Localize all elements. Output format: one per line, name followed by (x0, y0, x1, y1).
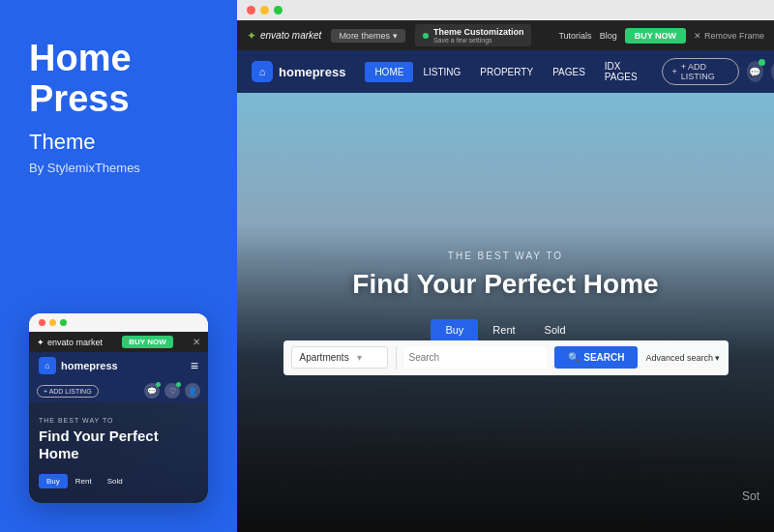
envato-left-section: ✦ envato market More themes ▾ Theme Cust… (247, 24, 531, 46)
mobile-dot-yellow (49, 319, 56, 326)
search-icon: 🔍 (568, 352, 580, 363)
mobile-hamburger-icon[interactable]: ≡ (191, 358, 198, 373)
mobile-nav-icons: 💬 ♡ 👤 (144, 383, 200, 399)
mobile-hero: THE BEST WAY TO Find Your Perfect Home B… (29, 402, 208, 503)
search-tabs: Buy Rent Sold (283, 319, 729, 340)
messages-icon[interactable]: 💬 (747, 61, 763, 82)
mobile-hero-title: Find Your Perfect Home (39, 428, 198, 462)
mobile-mockup: ✦ envato market BUY NOW ✕ ⌂ homepress ≡ … (29, 313, 208, 503)
site-logo: ⌂ homepress (252, 61, 345, 82)
browser-dot-green (274, 6, 283, 15)
browser-chrome (237, 0, 774, 20)
hero-tagline: THE BEST WAY TO (283, 251, 729, 261)
mobile-logo-icon: ⌂ (39, 357, 56, 374)
site-logo-text: homepress (279, 65, 345, 79)
tab-buy[interactable]: Buy (431, 319, 478, 340)
divider (396, 346, 397, 369)
theme-customization-panel[interactable]: Theme Customization Save a few settings (415, 24, 532, 46)
mobile-tab-rent[interactable]: Rent (68, 474, 100, 488)
active-dot (423, 33, 429, 39)
site-navigation: ⌂ homepress HOME LISTING PROPERTY PAGES … (237, 50, 774, 93)
mobile-dot-green (60, 319, 67, 326)
nav-item-property[interactable]: PROPERTY (470, 62, 543, 82)
envato-right-section: Tutorials Blog BUY NOW ✕ Remove Frame (558, 28, 764, 44)
mobile-tab-sold[interactable]: Sold (100, 474, 131, 488)
nav-item-pages[interactable]: PAGES (543, 62, 595, 82)
site-logo-icon: ⌂ (252, 61, 273, 82)
search-bar: Apartments ▾ 🔍 SEARCH Advanced search ▾ (283, 340, 729, 375)
remove-frame-button[interactable]: ✕ Remove Frame (694, 31, 764, 41)
mobile-envato-logo: ✦ envato market (37, 338, 103, 347)
browser-content: ✦ envato market More themes ▾ Theme Cust… (237, 20, 774, 532)
mobile-tabs: Buy Rent Sold (39, 474, 198, 488)
mobile-envato-bar: ✦ envato market BUY NOW ✕ (29, 332, 208, 352)
mobile-chat-icon[interactable]: 💬 (144, 383, 160, 399)
messages-badge (759, 59, 765, 66)
mobile-envato-icon: ✦ (37, 338, 45, 347)
envato-market-text: envato market (260, 30, 321, 41)
right-panel: ✦ envato market More themes ▾ Theme Cust… (237, 0, 774, 532)
mobile-buy-button[interactable]: BUY NOW (122, 336, 173, 348)
mobile-heart-icon[interactable]: ♡ (164, 383, 180, 399)
mobile-dot-red (39, 319, 45, 326)
mobile-browser-chrome (29, 313, 208, 332)
mobile-site-nav: ⌂ homepress ≡ (29, 352, 208, 379)
blog-link[interactable]: Blog (600, 31, 617, 41)
mobile-user-icon[interactable]: 👤 (185, 383, 200, 399)
browser-dot-yellow (260, 6, 269, 15)
mobile-add-listing-button[interactable]: + ADD LISTING (37, 385, 99, 398)
hero-content: THE BEST WAY TO Find Your Perfect Home B… (264, 231, 748, 395)
envato-logo: ✦ envato market (247, 29, 321, 43)
mobile-close-icon[interactable]: ✕ (193, 337, 200, 347)
mobile-envato-text: envato market (47, 338, 103, 347)
tab-rent[interactable]: Rent (478, 319, 529, 340)
nav-right-section: + + ADD LISTING 💬 ♡ 👤 (662, 58, 774, 85)
mobile-tagline: THE BEST WAY TO (39, 417, 198, 424)
advanced-search-link[interactable]: Advanced search ▾ (645, 353, 720, 363)
property-type-select[interactable]: Apartments ▾ (291, 346, 388, 369)
main-nav: HOME LISTING PROPERTY PAGES IDX PAGES (365, 56, 646, 87)
tutorials-link[interactable]: Tutorials (558, 31, 591, 41)
hero-title: Find Your Perfect Home (283, 269, 729, 300)
hero-section: THE BEST WAY TO Find Your Perfect Home B… (237, 93, 774, 532)
product-subtitle: Theme (29, 130, 95, 155)
nav-item-listing[interactable]: LISTING (413, 62, 470, 82)
mobile-action-bar: + ADD LISTING 💬 ♡ 👤 (29, 379, 208, 402)
mobile-logo-text: homepress (61, 360, 118, 371)
tab-sold[interactable]: Sold (530, 319, 580, 340)
envato-icon: ✦ (247, 29, 256, 43)
buy-now-button[interactable]: BUY NOW (625, 28, 686, 44)
mobile-tab-buy[interactable]: Buy (39, 474, 68, 488)
nav-item-home[interactable]: HOME (365, 62, 413, 82)
more-themes-button[interactable]: More themes ▾ (331, 29, 405, 43)
product-author: By StylemixThemes (29, 161, 140, 175)
sot-label: Sot (742, 489, 759, 503)
search-button[interactable]: 🔍 SEARCH (554, 346, 638, 369)
envato-top-bar: ✦ envato market More themes ▾ Theme Cust… (237, 20, 774, 50)
browser-dot-red (247, 6, 255, 15)
browser-window: ✦ envato market More themes ▾ Theme Cust… (237, 0, 774, 532)
nav-item-idx-pages[interactable]: IDX PAGES (595, 56, 647, 87)
mobile-logo: ⌂ homepress (39, 357, 118, 374)
product-title: Home Press (29, 39, 208, 120)
add-listing-button[interactable]: + + ADD LISTING (662, 58, 739, 85)
left-panel: Home Press Theme By StylemixThemes ✦ env… (0, 0, 237, 532)
search-input[interactable] (404, 347, 548, 368)
